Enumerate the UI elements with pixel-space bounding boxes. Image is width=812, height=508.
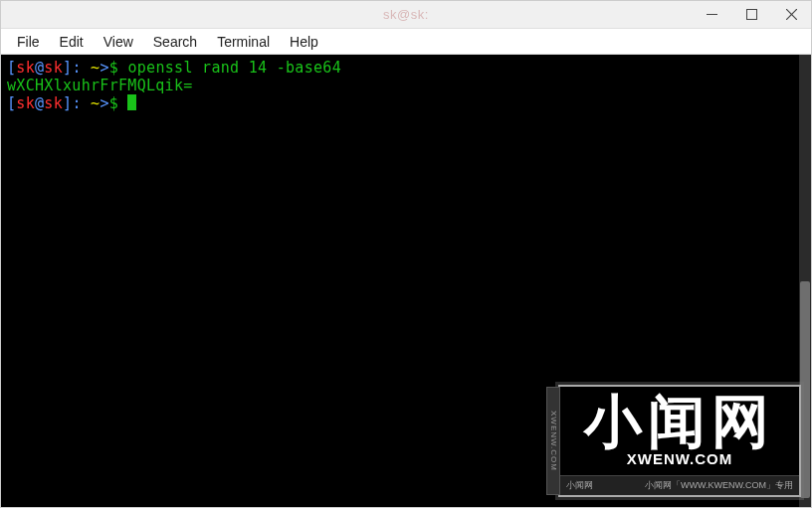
- watermark-footer-right: 小闻网「WWW.KWENW.COM」专用: [645, 479, 793, 492]
- prompt-colon: :: [72, 59, 91, 77]
- prompt-user: sk: [16, 94, 35, 112]
- minimize-button[interactable]: [692, 1, 731, 28]
- terminal-window: sk@sk: File Edit View Search Terminal He…: [0, 0, 812, 508]
- titlebar: sk@sk:: [1, 1, 811, 29]
- prompt-host: sk: [44, 59, 63, 77]
- prompt-path: ~: [91, 59, 100, 77]
- watermark-footer: 小闻网 小闻网「WWW.KWENW.COM」专用: [560, 475, 799, 495]
- watermark-url: XWENW.COM: [564, 450, 795, 473]
- prompt-close: ]: [63, 59, 72, 77]
- menubar: File Edit View Search Terminal Help: [1, 29, 811, 55]
- prompt-line: [sk@sk]: ~>$ openssl rand 14 -base64: [7, 59, 341, 77]
- menu-view[interactable]: View: [94, 31, 143, 53]
- prompt-arrow: >: [100, 59, 108, 77]
- minimize-icon: [707, 9, 717, 20]
- prompt-open: [: [7, 94, 16, 112]
- command-text: openssl rand 14 -base64: [127, 59, 341, 77]
- output-line: wXCHXlxuhrFrFMQLqik=: [7, 77, 193, 94]
- prompt-at: @: [35, 59, 44, 77]
- prompt-arrow: >: [100, 94, 108, 112]
- close-button[interactable]: [771, 1, 811, 28]
- watermark-side-text: XWENW.COM: [549, 411, 558, 471]
- prompt-at: @: [35, 94, 44, 112]
- svg-rect-1: [746, 10, 756, 20]
- prompt-user: sk: [16, 59, 35, 77]
- window-controls: [692, 1, 811, 28]
- window-title: sk@sk:: [383, 7, 429, 22]
- menu-terminal[interactable]: Terminal: [207, 31, 280, 53]
- scrollbar-thumb[interactable]: [800, 281, 810, 498]
- watermark-title: 小闻网: [564, 393, 795, 450]
- watermark-footer-left: 小闻网: [566, 479, 593, 492]
- prompt-open: [: [7, 59, 16, 77]
- watermark-side: XWENW.COM: [546, 387, 560, 495]
- menu-file[interactable]: File: [7, 31, 50, 53]
- prompt-dollar: $: [109, 59, 128, 77]
- prompt-dollar: $: [109, 94, 128, 112]
- terminal-area: [sk@sk]: ~>$ openssl rand 14 -base64 wXC…: [1, 55, 811, 507]
- prompt-colon: :: [72, 94, 91, 112]
- watermark-top: 小闻网 XWENW.COM: [560, 387, 799, 475]
- prompt-host: sk: [44, 94, 63, 112]
- menu-search[interactable]: Search: [143, 31, 207, 53]
- prompt-line: [sk@sk]: ~>$: [7, 94, 136, 112]
- maximize-button[interactable]: [731, 1, 771, 28]
- cursor-icon: [127, 94, 136, 110]
- menu-edit[interactable]: Edit: [50, 31, 94, 53]
- prompt-path: ~: [91, 94, 100, 112]
- prompt-close: ]: [63, 94, 72, 112]
- menu-help[interactable]: Help: [280, 31, 328, 53]
- close-icon: [786, 9, 797, 20]
- watermark: XWENW.COM 小闻网 XWENW.COM 小闻网 小闻网「WWW.KWEN…: [558, 385, 801, 497]
- maximize-icon: [746, 9, 757, 20]
